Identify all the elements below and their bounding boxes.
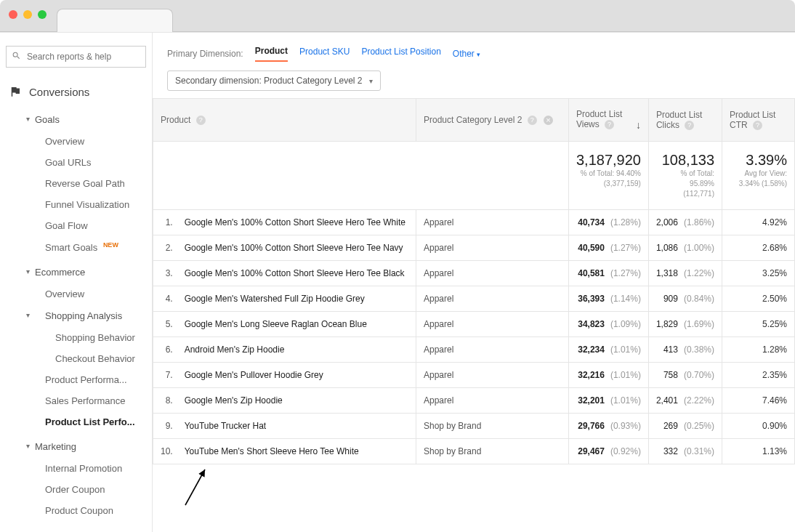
table-row[interactable]: 6.Android Men's Zip HoodieApparel32,234(… — [153, 337, 795, 363]
row-product[interactable]: Google Men's Pullover Hoodie Grey — [177, 363, 416, 388]
row-product[interactable]: YouTube Men's Short Sleeve Hero Tee Whit… — [177, 439, 416, 464]
sidebar-item-funnel-visualization[interactable]: Funnel Visualization — [0, 194, 152, 215]
summary-clicks: 108,133 % of Total: 95.89% (112,771) — [648, 142, 722, 210]
column-header-label: Product List Views — [576, 109, 622, 129]
browser-chrome — [0, 0, 795, 32]
nav-group-ecommerce: Ecommerce Overview Shopping Analysis Sho… — [0, 261, 152, 432]
sidebar-item-reverse-goal-path[interactable]: Reverse Goal Path — [0, 173, 152, 194]
table-row[interactable]: 5.Google Men's Long Sleeve Raglan Ocean … — [153, 312, 795, 337]
browser-tab[interactable] — [57, 9, 173, 32]
nav-section-conversions[interactable]: Conversions — [0, 78, 152, 105]
sidebar-item-checkout-behavior[interactable]: Checkout Behavior — [0, 348, 152, 369]
sidebar-item-smart-goals[interactable]: Smart Goals NEW — [0, 236, 152, 258]
sidebar-item-product-performance[interactable]: Product Performa... — [0, 369, 152, 390]
nav-group-title-ecommerce[interactable]: Ecommerce — [0, 261, 152, 283]
row-category: Apparel — [416, 210, 568, 235]
table-row[interactable]: 4.Google Men's Watershed Full Zip Hoodie… — [153, 286, 795, 312]
row-views: 32,234(1.01%) — [568, 337, 648, 363]
flag-icon — [9, 85, 22, 98]
row-product[interactable]: Google Men's Watershed Full Zip Hoodie G… — [177, 286, 416, 312]
nav-group-title-marketing[interactable]: Marketing — [0, 435, 152, 458]
table-row[interactable]: 7.Google Men's Pullover Hoodie GreyAppar… — [153, 363, 795, 388]
sidebar-item-goal-flow[interactable]: Goal Flow — [0, 215, 152, 236]
summary-sub2: 3.34% (1.58%) — [730, 179, 787, 189]
column-header-views[interactable]: Product List Views ? ↓ — [568, 99, 648, 142]
report-table: Product ? Product Category Level 2 ? × P… — [153, 98, 795, 464]
minimize-window-button[interactable] — [23, 10, 32, 19]
row-product[interactable]: Google Men's Long Sleeve Raglan Ocean Bl… — [177, 312, 416, 337]
close-window-button[interactable] — [9, 10, 17, 19]
row-ctr: 4.92% — [722, 210, 795, 235]
help-icon[interactable]: ? — [685, 121, 694, 130]
search-input[interactable] — [6, 46, 146, 68]
row-product[interactable]: Google Men's 100% Cotton Short Sleeve He… — [177, 210, 416, 235]
row-product[interactable]: YouTube Trucker Hat — [177, 414, 416, 439]
help-icon[interactable]: ? — [753, 121, 762, 130]
row-clicks: 1,086(1.00%) — [648, 235, 722, 261]
row-product[interactable]: Google Men's 100% Cotton Short Sleeve He… — [177, 261, 416, 286]
secondary-dimension-dropdown[interactable]: Secondary dimension: Product Category Le… — [167, 70, 381, 91]
row-ctr: 1.13% — [722, 439, 795, 464]
table-row[interactable]: 8.Google Men's Zip HoodieApparel32,201(1… — [153, 388, 795, 414]
row-clicks: 413(0.38%) — [648, 337, 722, 363]
dimension-tab-other[interactable]: Other ▾ — [453, 49, 480, 59]
summary-value: 3.39% — [730, 152, 787, 169]
row-views: 40,581(1.27%) — [568, 261, 648, 286]
sidebar-item-overview-ecom[interactable]: Overview — [0, 283, 152, 305]
table-row[interactable]: 2.Google Men's 100% Cotton Short Sleeve … — [153, 235, 795, 261]
sidebar-item-product-list-performance[interactable]: Product List Perfo... — [0, 411, 152, 432]
column-header-category[interactable]: Product Category Level 2 ? × — [416, 99, 568, 142]
row-category: Apparel — [416, 337, 568, 363]
row-ctr: 1.28% — [722, 337, 795, 363]
row-product[interactable]: Google Men's 100% Cotton Short Sleeve He… — [177, 235, 416, 261]
nav-subgroup-shopping-analysis[interactable]: Shopping Analysis — [0, 305, 152, 327]
row-index: 3. — [153, 261, 177, 286]
row-product[interactable]: Android Men's Zip Hoodie — [177, 337, 416, 363]
sidebar-item-sales-performance[interactable]: Sales Performance — [0, 390, 152, 411]
remove-dimension-icon[interactable]: × — [544, 116, 553, 125]
dimension-tab-product-sku[interactable]: Product SKU — [299, 47, 350, 61]
column-header-ctr[interactable]: Product List CTR ? — [722, 99, 795, 142]
column-header-clicks[interactable]: Product List Clicks ? — [648, 99, 722, 142]
row-views: 36,393(1.14%) — [568, 286, 648, 312]
help-icon[interactable]: ? — [528, 116, 537, 125]
sort-descending-icon: ↓ — [636, 119, 641, 131]
dimension-tab-product[interactable]: Product — [255, 46, 288, 62]
summary-value: 3,187,920 — [576, 152, 641, 169]
row-index: 5. — [153, 312, 177, 337]
sidebar-item-shopping-behavior[interactable]: Shopping Behavior — [0, 327, 152, 348]
search-box — [6, 46, 146, 68]
sidebar-item-order-coupon[interactable]: Order Coupon — [0, 479, 152, 500]
sidebar-item-label: Smart Goals — [45, 242, 97, 253]
nav-group-title-goals[interactable]: Goals — [0, 108, 152, 131]
row-clicks: 269(0.25%) — [648, 414, 722, 439]
sidebar-item-product-coupon[interactable]: Product Coupon — [0, 500, 152, 521]
chevron-down-icon: ▾ — [369, 77, 373, 85]
help-icon[interactable]: ? — [196, 116, 206, 125]
row-index: 4. — [153, 286, 177, 312]
help-icon[interactable]: ? — [605, 120, 614, 129]
dimension-tab-product-list-position[interactable]: Product List Position — [361, 47, 440, 61]
maximize-window-button[interactable] — [38, 10, 47, 19]
row-category: Apparel — [416, 286, 568, 312]
sidebar-item-internal-promotion[interactable]: Internal Promotion — [0, 458, 152, 479]
row-category: Apparel — [416, 235, 568, 261]
summary-row: 3,187,920 % of Total: 94.40% (3,377,159)… — [153, 142, 795, 210]
row-views: 32,216(1.01%) — [568, 363, 648, 388]
table-row[interactable]: 1.Google Men's 100% Cotton Short Sleeve … — [153, 210, 795, 235]
table-row[interactable]: 3.Google Men's 100% Cotton Short Sleeve … — [153, 261, 795, 286]
sidebar-item-goal-urls[interactable]: Goal URLs — [0, 152, 152, 173]
nav-group-marketing: Marketing Internal Promotion Order Coupo… — [0, 435, 152, 521]
table-row[interactable]: 9.YouTube Trucker HatShop by Brand29,766… — [153, 414, 795, 439]
column-header-label: Product — [161, 115, 190, 125]
summary-ctr: 3.39% Avg for View: 3.34% (1.58%) — [722, 142, 795, 210]
sidebar-item-overview-goals[interactable]: Overview — [0, 131, 152, 152]
row-ctr: 3.25% — [722, 261, 795, 286]
column-header-product[interactable]: Product ? — [153, 99, 416, 142]
row-product[interactable]: Google Men's Zip Hoodie — [177, 388, 416, 414]
row-clicks: 2,401(2.22%) — [648, 388, 722, 414]
column-header-label: Product Category Level 2 — [424, 115, 522, 125]
row-ctr: 5.25% — [722, 312, 795, 337]
table-row[interactable]: 10.YouTube Men's Short Sleeve Hero Tee W… — [153, 439, 795, 464]
summary-views: 3,187,920 % of Total: 94.40% (3,377,159) — [568, 142, 648, 210]
